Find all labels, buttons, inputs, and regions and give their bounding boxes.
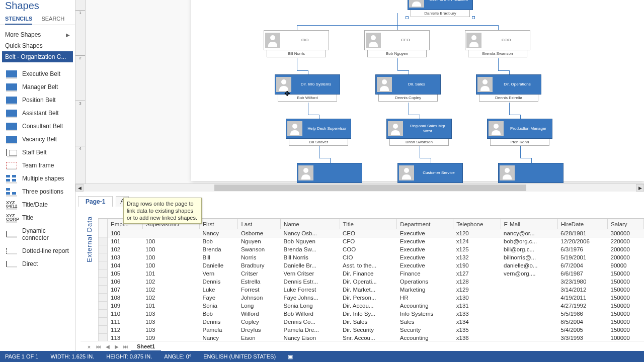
stencil-multiple-shapes[interactable]: Multiple shapes (2, 172, 73, 185)
scroll-left-button[interactable]: ◀ (75, 184, 84, 192)
table-row[interactable]: 109101SoniaLongSonia LongDir. Accou...Ac… (99, 302, 644, 310)
row-handle[interactable] (99, 310, 108, 318)
table-cell: Executive (397, 237, 453, 245)
stencil-icon: XYZ CORP (6, 214, 17, 221)
org-partial-1[interactable] (297, 163, 362, 183)
sheet-first-button[interactable]: ⏮ (95, 344, 103, 349)
drawing-canvas[interactable]: Asst. to the President Danielle Bradbury… (86, 0, 644, 184)
column-header[interactable]: E-Mail (501, 219, 557, 229)
column-header[interactable]: Department (397, 219, 453, 229)
tab-stencils[interactable]: STENCILS (5, 14, 32, 25)
table-row[interactable]: 107102LukeForrestLuke ForrestDir. Market… (99, 286, 644, 294)
scroll-thumb[interactable] (214, 185, 526, 191)
org-role: CIO (282, 38, 328, 43)
stencil-direct[interactable]: Direct (2, 257, 73, 270)
table-row[interactable]: 100NancyOsborneNancy Osb...CEOExecutivex… (99, 229, 644, 237)
org-dir-sales[interactable]: Dir. Sales Dennis Copley (375, 74, 441, 102)
stencil-title[interactable]: XYZ CORPTitle (2, 211, 73, 224)
org-cio[interactable]: CIO Bill Norris (264, 30, 329, 57)
stencil-manager-belt[interactable]: Manager Belt (2, 80, 73, 94)
status-language[interactable]: ENGLISH (UNITED STATES) (203, 353, 276, 359)
stencil-position-belt[interactable]: Position Belt (2, 94, 73, 107)
row-handle[interactable] (99, 286, 108, 294)
sheet-last-button[interactable]: ⏭ (122, 344, 130, 349)
row-handle[interactable] (99, 326, 108, 334)
stencil-team-frame[interactable]: Team frame (2, 159, 73, 172)
org-cfo[interactable]: CFO Bob Nguyen (364, 30, 430, 57)
sheet-prev-button[interactable]: ◀ (104, 344, 112, 349)
stencil-executive-belt[interactable]: Executive Belt (2, 67, 73, 80)
row-handle[interactable] (99, 318, 108, 326)
row-handle[interactable] (99, 334, 108, 342)
table-row[interactable]: 105101VernCritserVern CritserDir. Financ… (99, 269, 644, 278)
table-row[interactable]: 111103DennisCopleyDennis Co...Dir. Sales… (99, 318, 644, 326)
external-data-table[interactable]: Empl...SupervisorIDFirstLastNameTitleDep… (98, 218, 644, 341)
stencil-icon (6, 149, 17, 156)
scroll-track[interactable] (84, 184, 636, 192)
stencil-vacancy-belt[interactable]: Vacancy Belt (2, 133, 73, 146)
column-header[interactable]: Salary (608, 219, 644, 229)
tab-page-1[interactable]: Page-1 (78, 196, 113, 207)
table-cell: Bob (200, 237, 238, 245)
org-name: Bob Nguyen (367, 50, 427, 57)
column-header[interactable]: Title (340, 219, 397, 229)
stencil-title-date[interactable]: XYZ 04/12Title/Date (2, 198, 73, 211)
belt-stencil-link[interactable]: Belt - Organization C... (2, 51, 73, 62)
column-header[interactable]: First (200, 219, 238, 229)
row-handle[interactable] (99, 269, 108, 278)
org-partial-2[interactable]: Customer Service (397, 163, 463, 183)
sheet-tab[interactable]: Sheet1 (131, 342, 161, 351)
scroll-right-button[interactable]: ▶ (636, 184, 644, 192)
quick-shapes-link[interactable]: Quick Shapes (5, 40, 70, 51)
row-handle[interactable] (99, 294, 108, 302)
org-role: Customer Service (416, 170, 461, 175)
org-dir-info[interactable]: Dir. Info Systems Bob Wilford (275, 74, 340, 102)
sheet-next-button[interactable]: ▶ (113, 344, 121, 349)
stencil-three-positions[interactable]: Three positions (2, 185, 73, 198)
column-header[interactable]: Name (281, 219, 340, 229)
stencil-assistant-belt[interactable]: Assistant Belt (2, 107, 73, 120)
table-row[interactable]: 113109NancyEisonNancy EisonSnr. Accou...… (99, 334, 644, 342)
close-data-button[interactable]: × (85, 344, 94, 350)
org-production[interactable]: Production Manager Irfon Kohn (487, 119, 552, 146)
org-name: Bill Norris (267, 50, 326, 57)
row-handle[interactable] (99, 253, 108, 261)
table-row[interactable]: 112103PamelaDreyfusPamela Dre...Dir. Sec… (99, 326, 644, 334)
table-row[interactable]: 106102DennisEstrellaDennis Estr...Dir. O… (99, 278, 644, 286)
org-partial-3[interactable] (498, 163, 564, 183)
org-regional-west[interactable]: Regional Sales Mgr West Brian Swanson (386, 119, 452, 146)
column-header[interactable]: Last (238, 219, 281, 229)
row-handle[interactable] (99, 237, 108, 245)
column-header[interactable]: HireDate (557, 219, 607, 229)
horizontal-scrollbar[interactable]: ◀ ▶ (75, 184, 644, 192)
org-dir-ops[interactable]: Dir. Operations Dennis Estrella (476, 74, 541, 102)
row-handle[interactable] (99, 302, 108, 310)
table-cell: Sonia (200, 302, 238, 310)
row-handle[interactable] (99, 245, 108, 253)
drawing-page[interactable]: Asst. to the President Danielle Bradbury… (191, 0, 644, 181)
table-row[interactable]: 104100DanielleBradburyDanielle Br...Asst… (99, 261, 644, 269)
table-cell: 150000 (608, 286, 644, 294)
table-row[interactable]: 108102FayeJohnsonFaye Johns...Dir. Perso… (99, 294, 644, 302)
stencil-dotted-line-report[interactable]: Dotted-line report (2, 244, 73, 257)
macro-recorder-icon[interactable]: ▣ (288, 353, 293, 360)
table-row[interactable]: 102100BrendaSwansonBrenda Sw...COOExecut… (99, 245, 644, 253)
org-helpdesk[interactable]: Help Desk Supervisor Bill Shaver (286, 119, 351, 146)
column-header[interactable]: Telephone (453, 219, 501, 229)
stencil-dynamic-connector[interactable]: Dynamic connector (2, 224, 73, 244)
org-asst-president[interactable]: Asst. to the President Danielle Bradbury (408, 0, 473, 17)
row-handle[interactable] (99, 261, 108, 269)
table-row[interactable]: 101100BobNguyenBob NguyenCFOExecutivex12… (99, 237, 644, 245)
org-role: Dir. Info Systems (293, 82, 339, 87)
table-row[interactable]: 103100BillNorrisBill NorrisCIOExecutivex… (99, 253, 644, 261)
stencil-consultant-belt[interactable]: Consultant Belt (2, 120, 73, 133)
row-handle[interactable] (99, 278, 108, 286)
more-shapes-link[interactable]: More Shapes▶ (5, 29, 70, 40)
external-data-label[interactable]: External Data (86, 216, 93, 262)
org-coo[interactable]: COO Brenda Swanson (465, 30, 530, 57)
table-cell: Dennis (200, 278, 238, 286)
row-handle[interactable] (99, 229, 108, 237)
tab-search[interactable]: SEARCH (41, 14, 64, 25)
stencil-staff-belt[interactable]: Staff Belt (2, 146, 73, 159)
table-row[interactable]: 110103BobWilfordBob WilfordDir. Info Sy.… (99, 310, 644, 318)
